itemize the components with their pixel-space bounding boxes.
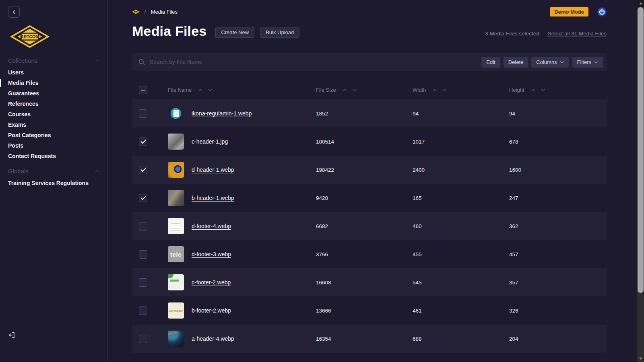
file-name-link[interactable]: d-footer-3.webp	[192, 251, 231, 257]
sidebar-item-post-categories[interactable]: Post Categories	[8, 130, 99, 140]
file-name-link[interactable]: ikona-regulamin-1.webp	[192, 110, 252, 117]
table-row: telc d-footer-3.webp 3766 455 457	[132, 240, 607, 268]
height-value: 204	[509, 336, 607, 342]
row-checkbox[interactable]	[139, 278, 147, 287]
sidebar-collapse-button[interactable]	[8, 6, 20, 18]
breadcrumb-home-icon[interactable]	[132, 9, 140, 15]
column-header: Height	[509, 87, 607, 93]
row-checkbox[interactable]	[139, 222, 147, 230]
sidebar-item-contact-requests[interactable]: Contact Requests	[8, 151, 99, 161]
file-name-link[interactable]: b-footer-2.webp	[192, 307, 231, 314]
nav-group-items: Training Services Regulations	[8, 178, 99, 188]
height-value: 362	[509, 223, 607, 229]
bulk-upload-button[interactable]: Bulk Upload	[260, 27, 299, 38]
chevron-left-icon	[12, 10, 16, 14]
table-row: b-header-1.webp 9428 165 247	[132, 184, 607, 212]
row-checkbox[interactable]	[139, 194, 147, 202]
column-header: Width	[413, 87, 509, 93]
chevron-up-icon	[95, 170, 99, 173]
column-header: File Name	[168, 87, 316, 93]
file-name-link[interactable]: d-header-1.webp	[192, 167, 234, 173]
file-thumbnail[interactable]	[168, 190, 184, 206]
columns-button[interactable]: Columns	[531, 57, 569, 68]
height-value: 1600	[509, 167, 607, 173]
row-checkbox[interactable]	[139, 250, 147, 259]
search-input[interactable]	[150, 59, 481, 65]
topbar: / Media Files Demo Mode	[132, 7, 607, 16]
sort-ascending-button[interactable]	[530, 88, 536, 92]
sort-descending-button[interactable]	[207, 88, 213, 92]
file-name-link[interactable]: c-footer-2.webp	[192, 279, 231, 286]
power-logout-button[interactable]	[597, 7, 607, 16]
sidebar-item-guarantees[interactable]: Guarantees	[8, 88, 99, 99]
width-value: 688	[413, 336, 509, 342]
chevron-up-icon	[95, 59, 99, 62]
file-thumbnail[interactable]	[168, 218, 184, 234]
file-thumbnail[interactable]	[168, 331, 184, 347]
table-row: d-footer-4.webp 6682 460 362	[132, 212, 607, 240]
power-icon	[597, 7, 607, 16]
table-header-row: File Name File Size Width Height	[132, 80, 607, 99]
edit-button[interactable]: Edit	[481, 57, 500, 68]
nav-group-toggle[interactable]: Collections	[8, 57, 99, 64]
row-checkbox[interactable]	[139, 166, 147, 174]
sidebar-item-training-services-regulations[interactable]: Training Services Regulations	[8, 178, 99, 188]
table-row: Certificate b-footer-2.webp 13666 461 32…	[132, 296, 607, 325]
logout-button[interactable]	[8, 331, 15, 339]
row-checkbox[interactable]	[139, 138, 147, 146]
file-thumbnail[interactable]: Certificate	[168, 302, 184, 319]
sort-descending-button[interactable]	[352, 88, 357, 92]
file-size-value: 198422	[316, 167, 413, 173]
file-thumbnail[interactable]	[168, 105, 184, 121]
sidebar-item-users[interactable]: Users	[8, 67, 99, 78]
nav-group: Collections Users Media Files Guarantees…	[8, 57, 99, 161]
sidebar-item-posts[interactable]: Posts	[8, 140, 99, 151]
sidebar-item-exams[interactable]: Exams	[8, 119, 99, 130]
row-checkbox[interactable]	[139, 109, 147, 118]
scrollbar-thumb[interactable]	[638, 7, 644, 293]
sidebar-item-media-files[interactable]: Media Files	[8, 78, 99, 88]
file-name-link[interactable]: b-header-1.webp	[192, 195, 234, 201]
width-value: 455	[413, 251, 509, 257]
sort-descending-button[interactable]	[442, 88, 447, 92]
row-checkbox[interactable]	[139, 335, 147, 343]
sort-ascending-button[interactable]	[342, 88, 348, 92]
file-thumbnail[interactable]	[168, 134, 184, 150]
nav-group-toggle[interactable]: Globals	[8, 168, 99, 175]
sidebar-item-references[interactable]: References	[8, 99, 99, 109]
height-value: 457	[509, 251, 607, 257]
nav-group-label: Collections	[8, 57, 37, 64]
page-title: Media Files	[132, 23, 206, 39]
sort-descending-button[interactable]	[540, 88, 546, 92]
scrollbar-down-arrow[interactable]	[637, 355, 644, 362]
sidebar: ARTCOM Collections Users Media Files Gua…	[0, 0, 108, 362]
nav-group-items: Users Media Files Guarantees References …	[8, 67, 99, 161]
table-row: a-header-4.webp 16354 688 204	[132, 325, 607, 353]
file-size-value: 100514	[316, 139, 413, 145]
file-thumbnail[interactable]	[168, 274, 184, 290]
file-name-link[interactable]: c-header-1.jpg	[192, 138, 228, 145]
filters-button[interactable]: Filters	[572, 57, 603, 68]
select-all-link[interactable]: Select all 31 Media Files	[548, 31, 607, 37]
column-header-label: File Size	[316, 87, 336, 93]
file-thumbnail[interactable]	[168, 162, 184, 178]
file-name-link[interactable]: d-footer-4.webp	[192, 223, 231, 229]
create-new-button[interactable]: Create New	[215, 27, 254, 38]
sort-ascending-button[interactable]	[198, 88, 203, 92]
title-row: Media Files Create New Bulk Upload 3 Med…	[132, 23, 607, 39]
height-value: 94	[509, 111, 607, 117]
thumbnail-label: Certificate	[169, 309, 183, 312]
file-thumbnail[interactable]: telc	[168, 246, 184, 262]
height-value: 678	[509, 139, 607, 145]
main-content: / Media Files Demo Mode Media Files Crea…	[108, 0, 644, 362]
select-all-checkbox[interactable]	[139, 86, 147, 94]
file-name-link[interactable]: a-header-4.webp	[192, 335, 234, 342]
scrollbar-up-arrow[interactable]	[637, 0, 644, 7]
file-size-value: 16608	[316, 280, 413, 286]
row-checkbox[interactable]	[139, 306, 147, 315]
media-files-table: File Name File Size Width Height ikona-r…	[132, 80, 607, 353]
delete-button[interactable]: Delete	[504, 57, 528, 68]
sidebar-item-courses[interactable]: Courses	[8, 109, 99, 119]
sort-ascending-button[interactable]	[432, 88, 438, 92]
search-icon	[138, 59, 145, 66]
